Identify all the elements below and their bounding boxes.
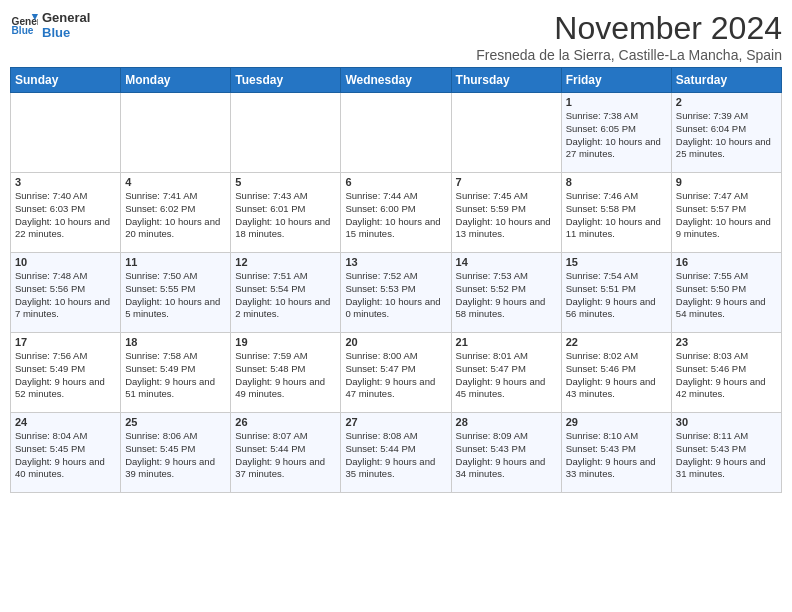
calendar-cell: 19Sunrise: 7:59 AM Sunset: 5:48 PM Dayli… [231, 333, 341, 413]
calendar-cell: 10Sunrise: 7:48 AM Sunset: 5:56 PM Dayli… [11, 253, 121, 333]
calendar-cell: 11Sunrise: 7:50 AM Sunset: 5:55 PM Dayli… [121, 253, 231, 333]
calendar-header: SundayMondayTuesdayWednesdayThursdayFrid… [11, 68, 782, 93]
day-number: 24 [15, 416, 116, 428]
weekday-header-thursday: Thursday [451, 68, 561, 93]
day-info: Sunrise: 8:06 AM Sunset: 5:45 PM Dayligh… [125, 430, 226, 481]
day-info: Sunrise: 7:45 AM Sunset: 5:59 PM Dayligh… [456, 190, 557, 241]
calendar-cell: 30Sunrise: 8:11 AM Sunset: 5:43 PM Dayli… [671, 413, 781, 493]
calendar-cell: 7Sunrise: 7:45 AM Sunset: 5:59 PM Daylig… [451, 173, 561, 253]
day-info: Sunrise: 8:08 AM Sunset: 5:44 PM Dayligh… [345, 430, 446, 481]
calendar-cell: 25Sunrise: 8:06 AM Sunset: 5:45 PM Dayli… [121, 413, 231, 493]
calendar-cell [11, 93, 121, 173]
weekday-header-sunday: Sunday [11, 68, 121, 93]
day-number: 7 [456, 176, 557, 188]
day-number: 30 [676, 416, 777, 428]
calendar-cell: 23Sunrise: 8:03 AM Sunset: 5:46 PM Dayli… [671, 333, 781, 413]
day-info: Sunrise: 8:04 AM Sunset: 5:45 PM Dayligh… [15, 430, 116, 481]
day-info: Sunrise: 8:11 AM Sunset: 5:43 PM Dayligh… [676, 430, 777, 481]
calendar-cell: 9Sunrise: 7:47 AM Sunset: 5:57 PM Daylig… [671, 173, 781, 253]
weekday-header-monday: Monday [121, 68, 231, 93]
calendar-cell: 3Sunrise: 7:40 AM Sunset: 6:03 PM Daylig… [11, 173, 121, 253]
day-info: Sunrise: 7:48 AM Sunset: 5:56 PM Dayligh… [15, 270, 116, 321]
day-number: 28 [456, 416, 557, 428]
day-number: 14 [456, 256, 557, 268]
day-number: 18 [125, 336, 226, 348]
day-info: Sunrise: 8:03 AM Sunset: 5:46 PM Dayligh… [676, 350, 777, 401]
calendar-cell: 1Sunrise: 7:38 AM Sunset: 6:05 PM Daylig… [561, 93, 671, 173]
day-info: Sunrise: 8:02 AM Sunset: 5:46 PM Dayligh… [566, 350, 667, 401]
calendar-cell: 18Sunrise: 7:58 AM Sunset: 5:49 PM Dayli… [121, 333, 231, 413]
calendar-cell [341, 93, 451, 173]
weekday-header-wednesday: Wednesday [341, 68, 451, 93]
day-info: Sunrise: 7:58 AM Sunset: 5:49 PM Dayligh… [125, 350, 226, 401]
svg-text:Blue: Blue [12, 25, 34, 36]
calendar-cell: 17Sunrise: 7:56 AM Sunset: 5:49 PM Dayli… [11, 333, 121, 413]
day-number: 13 [345, 256, 446, 268]
day-info: Sunrise: 7:41 AM Sunset: 6:02 PM Dayligh… [125, 190, 226, 241]
calendar-week-5: 24Sunrise: 8:04 AM Sunset: 5:45 PM Dayli… [11, 413, 782, 493]
day-info: Sunrise: 7:54 AM Sunset: 5:51 PM Dayligh… [566, 270, 667, 321]
day-info: Sunrise: 7:52 AM Sunset: 5:53 PM Dayligh… [345, 270, 446, 321]
weekday-header-friday: Friday [561, 68, 671, 93]
day-info: Sunrise: 7:51 AM Sunset: 5:54 PM Dayligh… [235, 270, 336, 321]
day-info: Sunrise: 8:07 AM Sunset: 5:44 PM Dayligh… [235, 430, 336, 481]
calendar-body: 1Sunrise: 7:38 AM Sunset: 6:05 PM Daylig… [11, 93, 782, 493]
day-number: 22 [566, 336, 667, 348]
calendar-cell: 8Sunrise: 7:46 AM Sunset: 5:58 PM Daylig… [561, 173, 671, 253]
day-number: 3 [15, 176, 116, 188]
calendar-cell: 29Sunrise: 8:10 AM Sunset: 5:43 PM Dayli… [561, 413, 671, 493]
logo-line2: Blue [42, 25, 90, 40]
calendar-week-1: 1Sunrise: 7:38 AM Sunset: 6:05 PM Daylig… [11, 93, 782, 173]
day-info: Sunrise: 7:39 AM Sunset: 6:04 PM Dayligh… [676, 110, 777, 161]
calendar-cell: 4Sunrise: 7:41 AM Sunset: 6:02 PM Daylig… [121, 173, 231, 253]
day-number: 10 [15, 256, 116, 268]
calendar-cell: 28Sunrise: 8:09 AM Sunset: 5:43 PM Dayli… [451, 413, 561, 493]
calendar-week-4: 17Sunrise: 7:56 AM Sunset: 5:49 PM Dayli… [11, 333, 782, 413]
day-number: 9 [676, 176, 777, 188]
day-number: 17 [15, 336, 116, 348]
day-number: 29 [566, 416, 667, 428]
calendar-cell: 24Sunrise: 8:04 AM Sunset: 5:45 PM Dayli… [11, 413, 121, 493]
day-number: 6 [345, 176, 446, 188]
logo-line1: General [42, 10, 90, 25]
day-info: Sunrise: 7:40 AM Sunset: 6:03 PM Dayligh… [15, 190, 116, 241]
calendar-cell [121, 93, 231, 173]
day-number: 15 [566, 256, 667, 268]
day-number: 27 [345, 416, 446, 428]
day-info: Sunrise: 7:56 AM Sunset: 5:49 PM Dayligh… [15, 350, 116, 401]
day-number: 1 [566, 96, 667, 108]
calendar-cell: 5Sunrise: 7:43 AM Sunset: 6:01 PM Daylig… [231, 173, 341, 253]
calendar-cell: 15Sunrise: 7:54 AM Sunset: 5:51 PM Dayli… [561, 253, 671, 333]
calendar-cell: 13Sunrise: 7:52 AM Sunset: 5:53 PM Dayli… [341, 253, 451, 333]
calendar-cell [451, 93, 561, 173]
day-info: Sunrise: 8:01 AM Sunset: 5:47 PM Dayligh… [456, 350, 557, 401]
day-info: Sunrise: 7:50 AM Sunset: 5:55 PM Dayligh… [125, 270, 226, 321]
day-info: Sunrise: 7:44 AM Sunset: 6:00 PM Dayligh… [345, 190, 446, 241]
day-number: 16 [676, 256, 777, 268]
day-number: 11 [125, 256, 226, 268]
calendar-cell: 16Sunrise: 7:55 AM Sunset: 5:50 PM Dayli… [671, 253, 781, 333]
day-info: Sunrise: 7:43 AM Sunset: 6:01 PM Dayligh… [235, 190, 336, 241]
day-number: 19 [235, 336, 336, 348]
day-number: 25 [125, 416, 226, 428]
day-info: Sunrise: 7:38 AM Sunset: 6:05 PM Dayligh… [566, 110, 667, 161]
day-info: Sunrise: 8:09 AM Sunset: 5:43 PM Dayligh… [456, 430, 557, 481]
location-subtitle: Fresneda de la Sierra, Castille-La Manch… [476, 47, 782, 63]
day-number: 12 [235, 256, 336, 268]
logo: General Blue General Blue [10, 10, 90, 40]
month-title: November 2024 [476, 10, 782, 47]
calendar-cell [231, 93, 341, 173]
day-number: 20 [345, 336, 446, 348]
day-number: 2 [676, 96, 777, 108]
page-header: General Blue General Blue November 2024 … [10, 10, 782, 63]
calendar-cell: 2Sunrise: 7:39 AM Sunset: 6:04 PM Daylig… [671, 93, 781, 173]
calendar-cell: 6Sunrise: 7:44 AM Sunset: 6:00 PM Daylig… [341, 173, 451, 253]
day-info: Sunrise: 8:00 AM Sunset: 5:47 PM Dayligh… [345, 350, 446, 401]
calendar-cell: 27Sunrise: 8:08 AM Sunset: 5:44 PM Dayli… [341, 413, 451, 493]
day-info: Sunrise: 8:10 AM Sunset: 5:43 PM Dayligh… [566, 430, 667, 481]
day-number: 8 [566, 176, 667, 188]
calendar-cell: 26Sunrise: 8:07 AM Sunset: 5:44 PM Dayli… [231, 413, 341, 493]
day-info: Sunrise: 7:55 AM Sunset: 5:50 PM Dayligh… [676, 270, 777, 321]
calendar-cell: 22Sunrise: 8:02 AM Sunset: 5:46 PM Dayli… [561, 333, 671, 413]
day-info: Sunrise: 7:59 AM Sunset: 5:48 PM Dayligh… [235, 350, 336, 401]
